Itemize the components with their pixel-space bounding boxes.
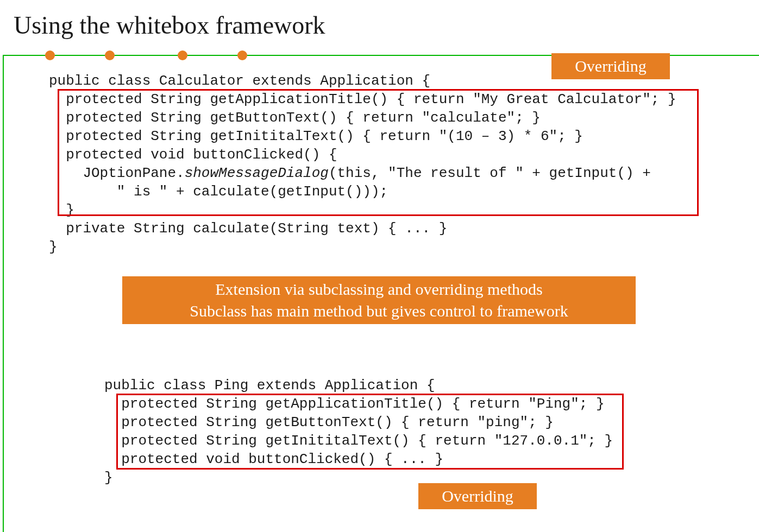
- overriding-label-bottom: Overriding: [418, 483, 537, 509]
- slide-title: Using the whitebox framework: [14, 11, 325, 40]
- slide: Using the whitebox framework Overriding …: [0, 0, 759, 532]
- dot-icon: [237, 50, 247, 60]
- explanation-line-1: Extension via subclassing and overriding…: [215, 278, 542, 300]
- dot-icon: [105, 50, 115, 60]
- dot-icon: [45, 50, 55, 60]
- connector-vertical: [3, 55, 4, 532]
- highlight-box-calculator: [58, 89, 699, 216]
- dot-icon: [178, 50, 187, 60]
- highlight-box-ping: [116, 394, 624, 470]
- explanation-box: Extension via subclassing and overriding…: [122, 276, 636, 324]
- explanation-line-2: Subclass has main method but gives contr…: [190, 300, 568, 322]
